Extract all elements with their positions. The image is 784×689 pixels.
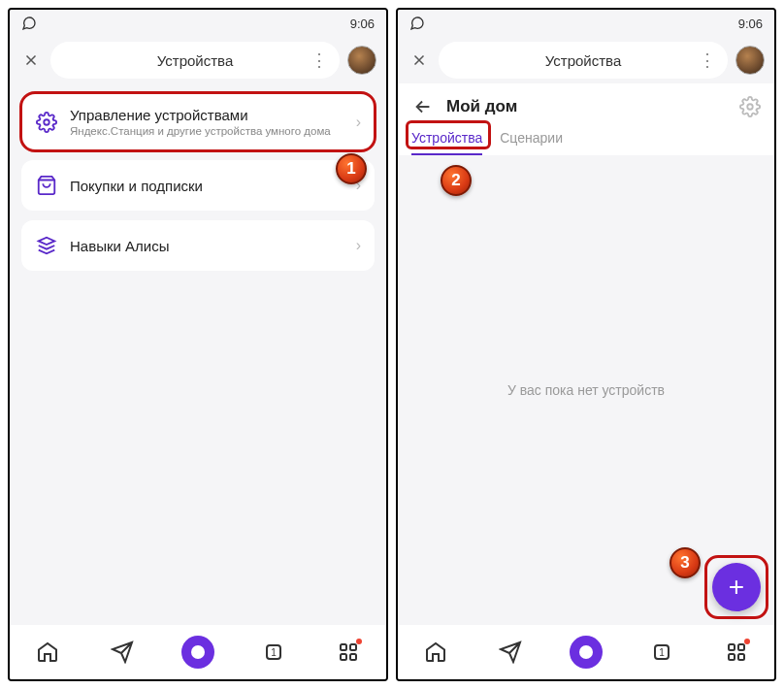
whatsapp-icon — [409, 16, 425, 31]
avatar[interactable] — [347, 46, 376, 75]
tabs: Устройства Сценарии — [411, 130, 761, 155]
manage-devices-title: Управление устройствами — [70, 107, 344, 123]
add-device-fab[interactable]: + — [712, 563, 761, 611]
tab-scenarios[interactable]: Сценарии — [500, 130, 563, 155]
purchases-item[interactable]: Покупки и подписки › — [21, 160, 375, 211]
tab-devices[interactable]: Устройства — [411, 130, 482, 155]
close-button[interactable] — [19, 49, 43, 72]
svg-rect-3 — [341, 644, 346, 650]
more-icon[interactable]: ⋮ — [310, 49, 328, 71]
chevron-right-icon: › — [356, 237, 361, 254]
chevron-right-icon: › — [356, 114, 361, 131]
status-time: 9:06 — [350, 16, 375, 31]
nav-home[interactable] — [30, 635, 65, 670]
nav-send[interactable] — [105, 635, 140, 670]
subheader: Мой дом Устройства Сценарии — [398, 83, 774, 155]
status-time: 9:06 — [738, 16, 763, 31]
svg-rect-5 — [341, 654, 346, 660]
header-title: Устройства — [157, 52, 233, 69]
nav-apps[interactable] — [331, 635, 366, 670]
nav-send[interactable] — [493, 635, 528, 670]
status-bar: 9:06 — [398, 10, 774, 37]
manage-devices-item[interactable]: Управление устройствами Яндекс.Станция и… — [21, 93, 375, 150]
avatar[interactable] — [735, 46, 765, 75]
svg-rect-13 — [738, 654, 744, 660]
bottom-nav: 1 — [10, 625, 386, 679]
step-marker-1: 1 — [336, 153, 367, 184]
svg-point-0 — [44, 119, 49, 125]
nav-tabs[interactable]: 1 — [644, 635, 679, 670]
empty-state: У вас пока нет устройств — [398, 155, 774, 625]
home-title: Мой дом — [446, 97, 728, 116]
gear-icon — [35, 111, 58, 134]
more-icon[interactable]: ⋮ — [699, 49, 716, 71]
nav-home[interactable] — [418, 635, 453, 670]
notification-dot — [356, 639, 362, 644]
skills-icon — [35, 234, 58, 257]
svg-rect-12 — [729, 654, 735, 660]
svg-rect-10 — [729, 644, 735, 650]
fab-container: + — [712, 563, 761, 611]
yandex-icon — [570, 636, 603, 669]
svg-text:1: 1 — [271, 647, 277, 658]
header-title-pill[interactable]: Устройства ⋮ — [439, 42, 728, 79]
nav-apps[interactable] — [719, 635, 754, 670]
purchases-title: Покупки и подписки — [70, 178, 344, 194]
bag-icon — [35, 174, 58, 197]
header: Устройства ⋮ — [10, 37, 386, 83]
phone-screen-1: 9:06 Устройства ⋮ Управление устройствам… — [8, 8, 388, 681]
step-marker-3: 3 — [670, 547, 701, 578]
back-button[interactable] — [411, 95, 435, 118]
step-marker-2: 2 — [441, 165, 472, 196]
skills-item[interactable]: Навыки Алисы › — [21, 220, 375, 271]
bottom-nav: 1 — [398, 625, 774, 679]
content-list: Управление устройствами Яндекс.Станция и… — [10, 83, 386, 625]
yandex-icon — [181, 636, 214, 669]
svg-rect-4 — [350, 644, 356, 650]
nav-yandex[interactable] — [180, 635, 215, 670]
whatsapp-icon — [21, 16, 37, 31]
manage-devices-subtitle: Яндекс.Станция и другие устройства умног… — [70, 125, 344, 137]
nav-yandex[interactable] — [569, 635, 604, 670]
svg-rect-11 — [738, 644, 744, 650]
svg-point-7 — [747, 104, 753, 110]
svg-rect-6 — [350, 654, 356, 660]
close-button[interactable] — [408, 49, 431, 72]
svg-text:1: 1 — [659, 647, 665, 658]
header-title-pill[interactable]: Устройства ⋮ — [50, 42, 340, 79]
phone-screen-2: 9:06 Устройства ⋮ Мой дом Устройства Сце… — [396, 8, 776, 681]
skills-title: Навыки Алисы — [70, 238, 344, 254]
settings-button[interactable] — [739, 96, 761, 117]
header-title: Устройства — [545, 52, 621, 69]
header: Устройства ⋮ — [398, 37, 774, 83]
plus-icon: + — [729, 572, 744, 603]
status-bar: 9:06 — [10, 10, 386, 37]
notification-dot — [744, 639, 750, 644]
nav-tabs[interactable]: 1 — [256, 635, 291, 670]
